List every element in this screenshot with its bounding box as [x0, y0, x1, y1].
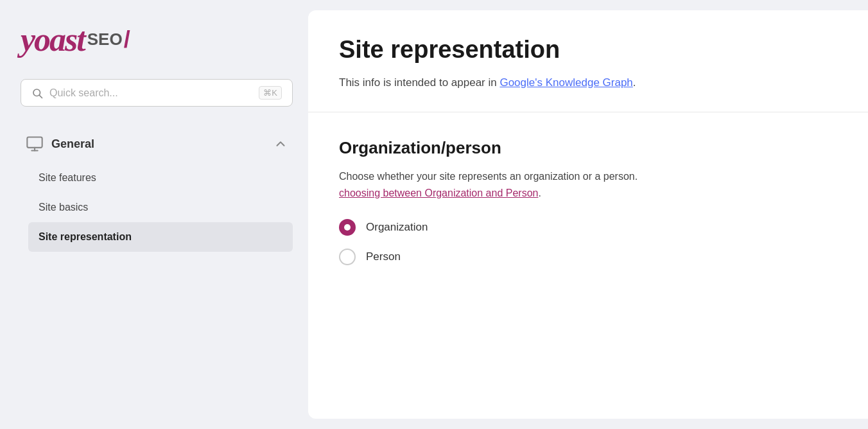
sidebar-item-site-basics[interactable]: Site basics — [28, 193, 293, 222]
org-help-link[interactable]: choosing between Organization and Person — [339, 188, 538, 198]
description-prefix: This info is intended to appear in — [339, 76, 499, 89]
search-shortcut: ⌘K — [259, 86, 282, 100]
radio-person-label: Person — [366, 250, 401, 263]
logo-area: yoast SEO / — [21, 21, 293, 58]
svg-rect-2 — [27, 137, 42, 148]
sidebar: yoast SEO / Quick search... ⌘K General — [0, 0, 308, 429]
search-placeholder: Quick search... — [49, 87, 252, 99]
radio-group: Organization Person — [339, 219, 837, 265]
page-title: Site representation — [339, 36, 837, 64]
section-top: Site representation This info is intende… — [308, 10, 868, 112]
main-content: Site representation This info is intende… — [308, 10, 868, 419]
radio-organization[interactable]: Organization — [339, 219, 837, 236]
org-description-suffix: . — [538, 188, 541, 198]
logo-slash: / — [124, 26, 130, 53]
chevron-up-icon — [273, 137, 288, 151]
description-suffix: . — [633, 76, 636, 89]
radio-person-button[interactable] — [339, 249, 356, 265]
radio-organization-button[interactable] — [339, 219, 356, 236]
nav-items: Site features Site basics Site represent… — [21, 163, 293, 252]
search-icon — [31, 87, 43, 99]
nav-group-label: General — [51, 137, 94, 151]
sidebar-item-site-representation[interactable]: Site representation — [28, 222, 293, 252]
nav-section: General Site features Site basics Site r… — [21, 127, 293, 252]
radio-organization-label: Organization — [366, 221, 428, 234]
sidebar-item-site-features[interactable]: Site features — [28, 163, 293, 193]
nav-group-header-left: General — [26, 135, 94, 153]
section-description: This info is intended to appear in Googl… — [339, 74, 837, 91]
logo-seo: SEO — [87, 30, 123, 49]
radio-person[interactable]: Person — [339, 249, 837, 265]
org-section-title: Organization/person — [339, 138, 837, 158]
section-body: Organization/person Choose whether your … — [308, 112, 868, 286]
search-box[interactable]: Quick search... ⌘K — [21, 79, 293, 107]
svg-line-1 — [39, 95, 42, 98]
logo-yoast: yoast — [21, 21, 85, 58]
org-section-description: Choose whether your site represents an o… — [339, 168, 837, 201]
monitor-icon — [26, 135, 44, 153]
org-description-text: Choose whether your site represents an o… — [339, 171, 638, 182]
knowledge-graph-link[interactable]: Google's Knowledge Graph — [499, 76, 632, 89]
nav-group-header[interactable]: General — [21, 127, 293, 161]
